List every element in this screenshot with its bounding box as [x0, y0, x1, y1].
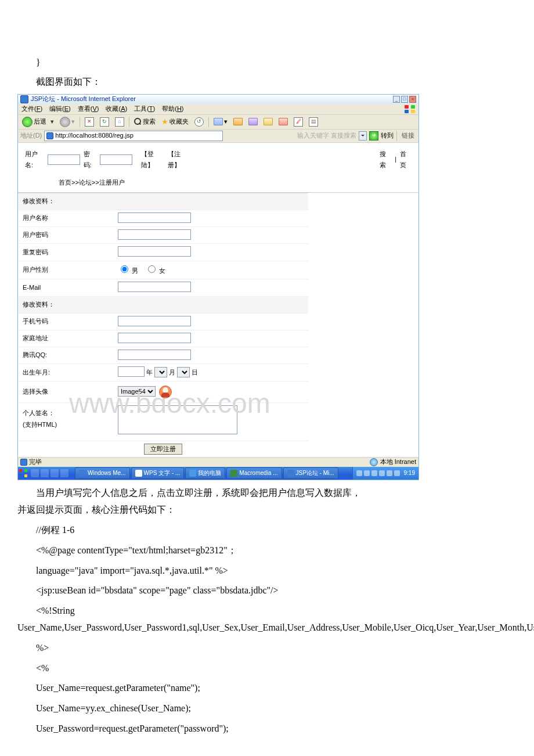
menu-favorites[interactable]: 收藏(A) — [106, 103, 127, 115]
windows-logo-icon — [405, 105, 415, 113]
input-username[interactable] — [118, 213, 191, 223]
label-username: 用户名称 — [18, 210, 114, 226]
menu-tools[interactable]: 工具(T) — [134, 103, 155, 115]
login-link[interactable]: 【登陆】 — [141, 149, 164, 172]
password-input[interactable] — [100, 154, 132, 165]
address-dropdown[interactable] — [359, 131, 367, 141]
address-input[interactable]: http://localhost:8080/reg.jsp — [44, 131, 223, 141]
task-item[interactable]: JSP论坛 - Mi... — [283, 467, 338, 479]
select-day[interactable] — [177, 367, 190, 377]
go-button[interactable]: ➔ — [369, 131, 378, 141]
restore-button[interactable]: □ — [401, 96, 408, 103]
ie-icon — [20, 95, 28, 103]
label-year: 年 — [146, 369, 153, 376]
label-email: E-Mail — [18, 279, 114, 296]
stop-button[interactable]: ✕ — [83, 117, 96, 127]
ql-icon[interactable] — [41, 469, 49, 477]
tray-icon[interactable] — [379, 470, 385, 476]
avatar-preview-icon — [159, 386, 172, 398]
forward-button[interactable]: ▾ — [58, 116, 77, 128]
start-button[interactable] — [18, 467, 28, 480]
tool-icon-4[interactable] — [262, 117, 275, 126]
minimize-button[interactable]: _ — [393, 96, 400, 103]
zone-icon — [370, 458, 378, 466]
label-day: 日 — [192, 369, 198, 376]
menu-edit[interactable]: 编辑(E) — [49, 103, 71, 115]
password-label: 密码: — [84, 149, 97, 172]
close-button[interactable]: × — [409, 96, 416, 103]
code-line: User_Password=request.getParameter("pass… — [17, 721, 517, 737]
tool-icon-2[interactable] — [232, 117, 244, 126]
ql-icon[interactable] — [31, 469, 39, 477]
home-link[interactable]: 首页 — [400, 149, 412, 172]
input-password2[interactable] — [118, 246, 191, 257]
task-item[interactable]: Windows Me... — [75, 467, 130, 479]
menu-view[interactable]: 查看(V) — [78, 103, 99, 115]
input-address[interactable] — [118, 333, 191, 343]
task-item[interactable]: Macromedia ... — [226, 467, 282, 479]
input-email[interactable] — [118, 282, 191, 292]
tool-icon-6[interactable]: 🖉 — [292, 117, 305, 127]
back-button[interactable]: 后退 ▾ — [20, 116, 56, 128]
window-titlebar: JSP论坛 - Microsoft Internet Explorer _ □ … — [18, 95, 418, 104]
username-label: 用户名: — [25, 149, 44, 172]
address-label: 地址(D) — [20, 130, 42, 142]
tray-icon[interactable] — [364, 470, 370, 476]
tool-icon-7[interactable]: ▤ — [307, 117, 320, 127]
input-sign[interactable] — [118, 405, 237, 434]
tool-icon-3[interactable] — [247, 117, 259, 126]
task-item[interactable]: 我的电脑 — [185, 467, 225, 479]
label-mobile: 手机号码 — [18, 313, 114, 330]
menu-help[interactable]: 帮助(H) — [162, 103, 183, 115]
ql-icon[interactable] — [50, 469, 59, 477]
register-link[interactable]: 【注册】 — [168, 149, 191, 172]
input-qq[interactable] — [118, 350, 191, 360]
code-line: //例程 1-6 — [17, 522, 517, 539]
links-button[interactable]: 链接 — [400, 130, 416, 142]
code-line: User_Name,User_Password,User_Password1,s… — [17, 620, 517, 636]
label-birth: 出生年月: — [18, 364, 114, 381]
label-password: 用户密码 — [18, 227, 114, 244]
tool-icon-1[interactable]: ▾ — [212, 116, 229, 128]
submit-button[interactable]: 立即注册 — [144, 444, 182, 455]
para-after-1: 当用户填写完个人信息之后，点击立即注册，系统即会把用户信息写入数据库， — [17, 485, 517, 502]
tool-icon-5[interactable] — [277, 117, 290, 126]
radio-female[interactable] — [148, 265, 156, 273]
section-header-2: 修改资料： — [18, 296, 308, 313]
ie-screenshot: JSP论坛 - Microsoft Internet Explorer _ □ … — [17, 94, 419, 481]
search-link[interactable]: 搜索 — [380, 149, 391, 172]
task-item[interactable]: WPS 文字 - ... — [131, 467, 185, 479]
home-button[interactable]: ⌂ — [113, 117, 126, 127]
tray-icon[interactable] — [371, 470, 377, 476]
code-line: %> — [17, 640, 517, 657]
history-button[interactable]: ↺ — [193, 117, 205, 127]
address-url: http://localhost:8080/reg.jsp — [55, 130, 134, 142]
section-header-1: 修改资料： — [18, 193, 308, 210]
username-input[interactable] — [48, 154, 80, 165]
status-zone: 本地 Intranet — [380, 456, 416, 468]
select-avatar[interactable]: Image54 — [118, 386, 156, 397]
menu-file[interactable]: 文件(F) — [21, 103, 42, 115]
label-address: 家庭地址 — [18, 330, 114, 347]
input-password[interactable] — [118, 229, 191, 240]
tray-icon[interactable] — [387, 470, 392, 476]
select-month[interactable] — [154, 367, 167, 377]
ql-icon[interactable] — [60, 469, 68, 477]
favorites-button[interactable]: ★收藏夹 — [160, 114, 190, 129]
input-year[interactable] — [118, 366, 145, 377]
address-bar: 地址(D) http://localhost:8080/reg.jsp 输入关键… — [18, 129, 418, 143]
radio-male[interactable] — [121, 265, 128, 273]
tray-icon[interactable] — [394, 470, 400, 476]
code-line: User_Name=request.getParameter("name"); — [17, 680, 517, 697]
system-tray: 9:19 — [352, 467, 418, 480]
label-qq: 腾讯QQ: — [18, 347, 114, 364]
search-button[interactable]: 搜索 — [132, 116, 157, 128]
tray-icon[interactable] — [356, 470, 362, 476]
status-page-icon — [20, 459, 27, 466]
go-label: 转到 — [381, 130, 394, 142]
input-mobile[interactable] — [118, 316, 191, 326]
toolbar: 后退 ▾ ▾ ✕ ↻ ⌂ 搜索 ★收藏夹 ↺ ▾ 🖉 ▤ — [18, 115, 418, 129]
code-line: <%@page contentType="text/html;harset=gb… — [17, 542, 517, 559]
page-icon — [46, 132, 53, 139]
refresh-button[interactable]: ↻ — [98, 117, 111, 127]
